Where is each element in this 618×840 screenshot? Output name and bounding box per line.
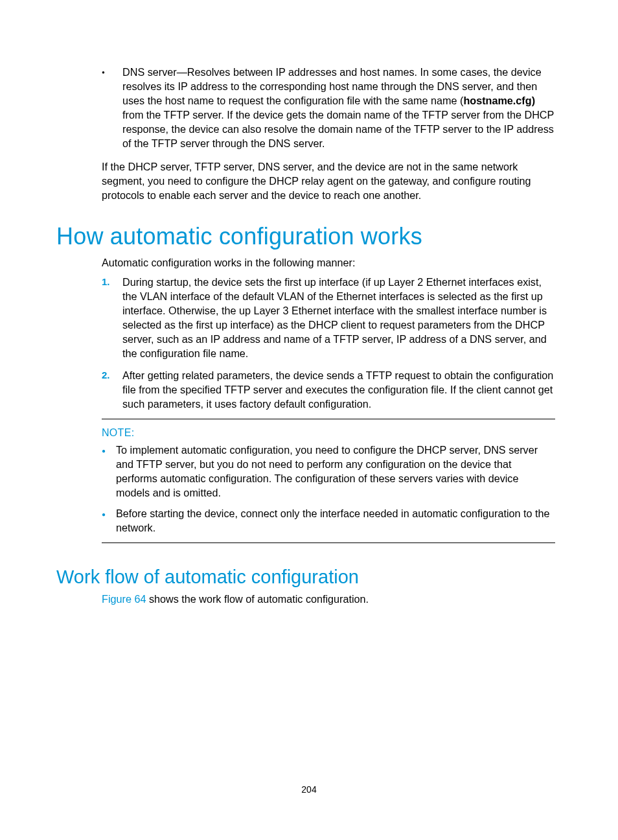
note-2-text: Before starting the device, connect only… [116,506,555,535]
bullet-dash: — [177,66,187,78]
paragraph-intro: Automatic configuration works in the fol… [102,255,555,270]
step-2-text: After getting related parameters, the de… [122,369,553,410]
note-label: NOTE: [102,427,555,439]
figure-reference-line: Figure 64 shows the work flow of automat… [102,592,555,606]
heading-work-flow: Work flow of automatic configuration [56,566,555,588]
paragraph-segment-note: If the DHCP server, TFTP server, DNS ser… [102,159,555,202]
note-block: NOTE: ● To implement automatic configura… [102,419,555,543]
bullet-text-2: from the TFTP server. If the device gets… [122,109,554,149]
bullet-dot-icon: ● [102,65,122,150]
note-1-text: To implement automatic configuration, yo… [116,443,555,500]
note-item-1: ● To implement automatic configuration, … [102,443,555,500]
bullet-lead: DNS server [122,66,177,78]
step-1: 1. During startup, the device sets the f… [102,275,555,360]
note-item-2: ● Before starting the device, connect on… [102,506,555,535]
figure-tail: shows the work flow of automatic configu… [146,593,369,605]
bullet-dns-server: ● DNS server—Resolves between IP address… [63,65,555,150]
bullet-dns-body: DNS server—Resolves between IP addresses… [122,65,555,150]
step-2: 2. After getting related parameters, the… [102,368,555,411]
heading-how-works: How automatic configuration works [56,223,555,250]
step-number-1: 1. [102,275,110,289]
step-1-text: During startup, the device sets the firs… [122,276,547,359]
document-page: ● DNS server—Resolves between IP address… [0,0,618,840]
page-number: 204 [0,784,618,795]
figure-link[interactable]: Figure 64 [102,593,146,605]
bullet-dot-icon: ● [102,443,116,500]
bullet-bold: hostname.cfg) [463,95,535,106]
step-number-2: 2. [102,368,110,382]
bullet-dot-icon: ● [102,506,116,535]
ordered-steps: 1. During startup, the device sets the f… [102,275,555,411]
